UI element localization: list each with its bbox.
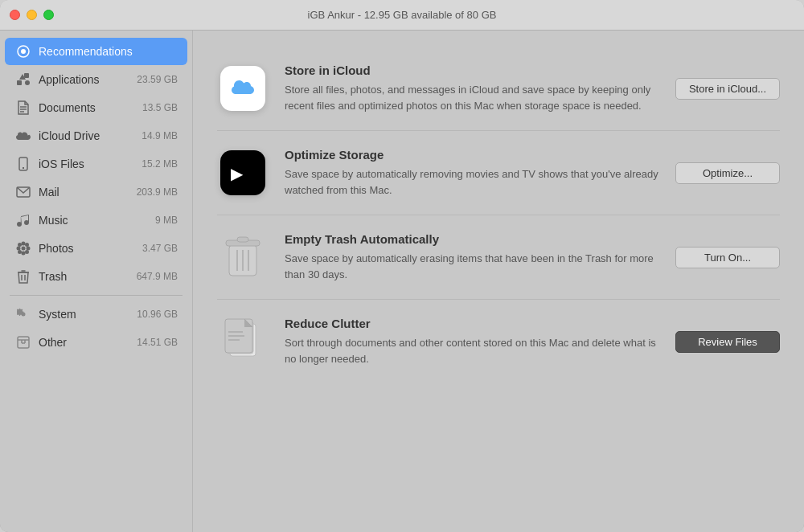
cloud-icon [14, 127, 32, 145]
svg-point-12 [22, 242, 26, 246]
sidebar-item-icloud-drive[interactable]: iCloud Drive 14.9 MB [5, 122, 187, 149]
sidebar-item-trash[interactable]: Trash 647.9 MB [5, 263, 187, 290]
optimize-action-button[interactable]: Optimize... [675, 162, 780, 184]
review-files-action-button[interactable]: Review Files [675, 331, 780, 353]
sidebar-music-size: 9 MB [155, 215, 178, 226]
trash-icon [220, 235, 265, 280]
svg-rect-2 [17, 80, 22, 85]
sidebar-item-documents[interactable]: Documents 13.5 GB [5, 94, 187, 121]
sidebar-system-size: 10.96 GB [137, 309, 178, 320]
empty-trash-card-icon [217, 231, 269, 283]
clutter-card-description: Sort through documents and other content… [285, 335, 659, 366]
icloud-card-action: Store in iCloud... [675, 78, 780, 100]
sidebar-item-mail[interactable]: Mail 203.9 MB [5, 178, 187, 206]
sidebar-trash-label: Trash [39, 270, 137, 283]
svg-point-18 [18, 250, 22, 254]
svg-rect-4 [24, 73, 29, 78]
clutter-card-icon [217, 316, 269, 367]
svg-point-16 [18, 243, 22, 247]
sidebar-item-music[interactable]: Music 9 MB [5, 207, 187, 234]
svg-point-19 [25, 250, 29, 254]
optimize-card-title: Optimize Storage [285, 148, 659, 162]
icloud-card-content: Store in iCloud Store all files, photos,… [285, 63, 659, 113]
star-icon [14, 43, 32, 60]
sidebar-applications-label: Applications [39, 73, 137, 86]
maximize-button[interactable] [43, 10, 54, 20]
sidebar-icloud-size: 14.9 MB [142, 130, 178, 141]
sidebar-item-photos[interactable]: Photos 3.47 GB [5, 235, 187, 262]
trash-sidebar-icon [14, 268, 32, 285]
sidebar-trash-size: 647.9 MB [137, 271, 178, 282]
sidebar-item-system[interactable]: System 10.96 GB [5, 301, 187, 328]
icloud-icon [220, 66, 265, 111]
optimize-card-action: Optimize... [675, 162, 780, 184]
svg-point-14 [17, 247, 21, 251]
svg-point-17 [25, 243, 29, 247]
sidebar-icloud-label: iCloud Drive [39, 129, 142, 142]
clutter-card-action: Review Files [675, 331, 780, 353]
svg-text:tv: tv [232, 170, 240, 179]
optimize-card-content: Optimize Storage Save space by automatic… [285, 148, 659, 198]
box-icon [14, 334, 32, 351]
close-button[interactable] [10, 10, 20, 20]
main-content: Recommendations Applications 23.59 GB [0, 31, 804, 532]
sidebar-applications-size: 23.59 GB [137, 74, 178, 85]
flower-icon [14, 239, 32, 257]
icloud-card-description: Store all files, photos, and messages in… [285, 82, 659, 113]
main-panel: Store in iCloud Store all files, photos,… [193, 31, 804, 532]
svg-point-3 [25, 80, 30, 85]
svg-point-13 [22, 252, 26, 256]
sidebar-system-label: System [39, 308, 137, 321]
icloud-card-icon [217, 63, 269, 114]
sidebar-photos-size: 3.47 GB [142, 243, 178, 254]
optimize-card-icon: ▶ tv [217, 147, 269, 198]
sidebar-mail-size: 203.9 MB [137, 186, 178, 198]
sidebar-photos-label: Photos [39, 242, 142, 255]
doc-icon [14, 99, 32, 117]
traffic-lights [10, 10, 54, 20]
sidebar-recommendations-label: Recommendations [39, 45, 178, 58]
music-icon [14, 211, 32, 229]
sidebar-music-label: Music [39, 214, 155, 227]
window-title: iGB Ankur - 12.95 GB available of 80 GB [308, 9, 497, 21]
sidebar-separator [10, 295, 183, 296]
svg-point-11 [22, 247, 26, 251]
clutter-icon [220, 319, 265, 364]
sidebar-item-applications[interactable]: Applications 23.59 GB [5, 66, 187, 93]
empty-trash-card-content: Empty Trash Automatically Save space by … [285, 232, 659, 282]
empty-trash-card-description: Save space by automatically erasing item… [285, 251, 659, 282]
appletv-icon: ▶ tv [220, 150, 265, 195]
phone-icon [14, 155, 32, 173]
sidebar: Recommendations Applications 23.59 GB [0, 31, 193, 532]
gear-icon [14, 305, 32, 323]
sidebar-mail-label: Mail [39, 186, 137, 198]
sidebar-item-other[interactable]: Other 14.51 GB [5, 329, 187, 356]
svg-point-15 [27, 247, 31, 251]
optimize-card: ▶ tv Optimize Storage Save space by auto… [217, 131, 780, 215]
empty-trash-card: Empty Trash Automatically Save space by … [217, 215, 780, 300]
clutter-card-title: Reduce Clutter [285, 317, 659, 330]
svg-rect-33 [237, 237, 248, 242]
sidebar-documents-label: Documents [39, 101, 142, 114]
mail-icon [14, 183, 32, 201]
titlebar: iGB Ankur - 12.95 GB available of 80 GB [0, 0, 804, 31]
window: iGB Ankur - 12.95 GB available of 80 GB … [0, 0, 804, 532]
optimize-card-description: Save space by automatically removing mov… [285, 166, 659, 198]
sidebar-documents-size: 13.5 GB [142, 102, 178, 113]
sidebar-item-recommendations[interactable]: Recommendations [5, 38, 187, 65]
apps-icon [14, 71, 32, 88]
svg-point-1 [21, 49, 26, 54]
sidebar-other-label: Other [39, 336, 137, 349]
minimize-button[interactable] [27, 10, 37, 20]
clutter-card-content: Reduce Clutter Sort through documents an… [285, 317, 659, 366]
svg-rect-24 [18, 337, 29, 348]
icloud-card: Store in iCloud Store all files, photos,… [217, 47, 780, 131]
sidebar-ios-size: 15.2 MB [142, 158, 178, 170]
sidebar-ios-label: iOS Files [39, 158, 142, 170]
icloud-action-button[interactable]: Store in iCloud... [675, 78, 780, 100]
sidebar-item-ios-files[interactable]: iOS Files 15.2 MB [5, 150, 187, 178]
icloud-card-title: Store in iCloud [285, 63, 659, 77]
turn-on-action-button[interactable]: Turn On... [675, 247, 780, 268]
empty-trash-card-action: Turn On... [675, 247, 780, 268]
sidebar-other-size: 14.51 GB [137, 337, 178, 348]
